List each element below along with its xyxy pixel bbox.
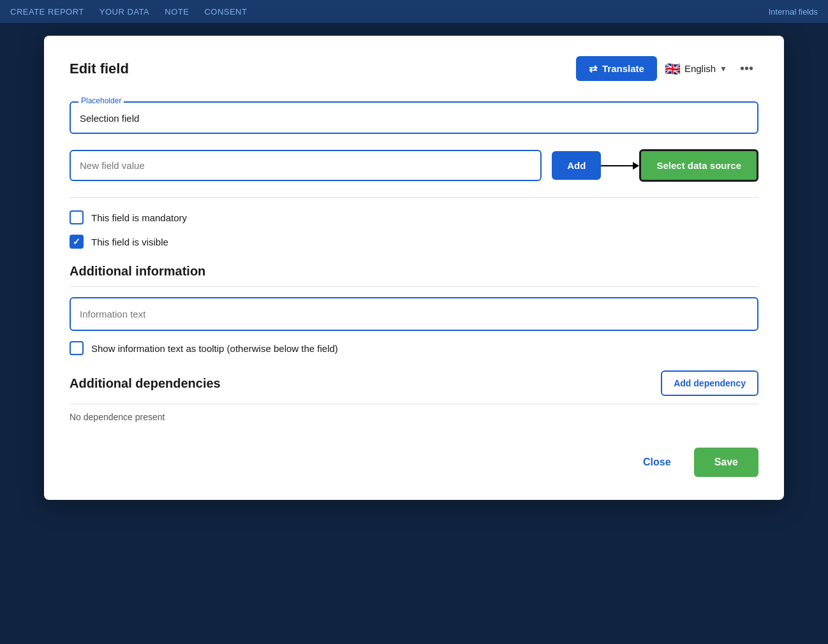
modal-footer: Close Save: [70, 448, 758, 477]
more-options-button[interactable]: •••: [735, 59, 758, 78]
tooltip-label: Show information text as tooltip (otherw…: [91, 343, 338, 354]
add-button[interactable]: Add: [552, 151, 601, 180]
mandatory-checkbox[interactable]: [70, 210, 84, 224]
arrow-line: [601, 165, 633, 166]
add-dependency-label: Add dependency: [674, 378, 746, 388]
nav-your-data[interactable]: YOUR DATA: [100, 7, 149, 17]
header-right: ⇄ Translate 🇬🇧 English ▼ •••: [576, 56, 758, 81]
info-text-field-group: [70, 297, 758, 331]
tooltip-row: Show information text as tooltip (otherw…: [70, 341, 758, 355]
add-button-label: Add: [567, 160, 586, 171]
additional-info-section: Additional information Show information …: [70, 264, 758, 355]
close-label: Close: [643, 457, 671, 467]
nav-consent[interactable]: CONSENT: [204, 7, 247, 17]
add-dependency-button[interactable]: Add dependency: [661, 370, 758, 396]
select-data-source-button[interactable]: Select data source: [639, 149, 758, 182]
visible-row: This field is visible: [70, 235, 758, 249]
nav-create-report[interactable]: CREATE REPORT: [10, 7, 84, 17]
dependencies-title: Additional dependencies: [70, 376, 221, 391]
select-data-source-label: Select data source: [656, 160, 741, 171]
chevron-down-icon: ▼: [720, 64, 727, 73]
field-value-row: Add Select data source: [70, 149, 758, 182]
tooltip-checkbox[interactable]: [70, 341, 84, 355]
no-dependence-text: No dependence present: [70, 412, 758, 422]
save-label: Save: [714, 457, 738, 467]
modal-title: Edit field: [70, 61, 129, 77]
translate-label: Translate: [602, 63, 644, 74]
language-label: English: [684, 63, 716, 74]
top-nav: CREATE REPORT YOUR DATA NOTE CONSENT Int…: [0, 0, 828, 23]
modal-overlay: Edit field ⇄ Translate 🇬🇧 English ▼ ••• …: [0, 23, 828, 644]
mandatory-row: This field is mandatory: [70, 210, 758, 224]
additional-info-title: Additional information: [70, 264, 758, 287]
visible-checkbox[interactable]: [70, 235, 84, 249]
arrow-head: [633, 162, 639, 170]
dependencies-header: Additional dependencies Add dependency: [70, 370, 758, 404]
placeholder-field-group: Placeholder: [70, 101, 758, 134]
placeholder-section: Placeholder: [70, 101, 758, 134]
new-field-value-input[interactable]: [70, 150, 542, 181]
placeholder-input[interactable]: [71, 103, 757, 133]
mandatory-label: This field is mandatory: [91, 212, 187, 223]
translate-button[interactable]: ⇄ Translate: [576, 56, 657, 81]
edit-field-modal: Edit field ⇄ Translate 🇬🇧 English ▼ ••• …: [44, 36, 784, 500]
language-selector[interactable]: 🇬🇧 English ▼: [665, 61, 727, 77]
info-text-input[interactable]: [71, 298, 757, 330]
close-button[interactable]: Close: [630, 449, 684, 476]
arrow-annotation: [601, 162, 639, 170]
placeholder-label: Placeholder: [78, 96, 124, 105]
dependencies-section: Additional dependencies Add dependency N…: [70, 370, 758, 422]
save-button[interactable]: Save: [694, 448, 758, 477]
nav-right: Internal fields: [769, 7, 818, 17]
translate-icon: ⇄: [589, 62, 597, 75]
internal-fields-label: Internal fields: [769, 7, 818, 17]
visible-label: This field is visible: [91, 237, 168, 247]
modal-header: Edit field ⇄ Translate 🇬🇧 English ▼ •••: [70, 56, 758, 81]
flag-icon: 🇬🇧: [665, 61, 681, 77]
divider-1: [70, 197, 758, 198]
nav-note[interactable]: NOTE: [165, 7, 189, 17]
